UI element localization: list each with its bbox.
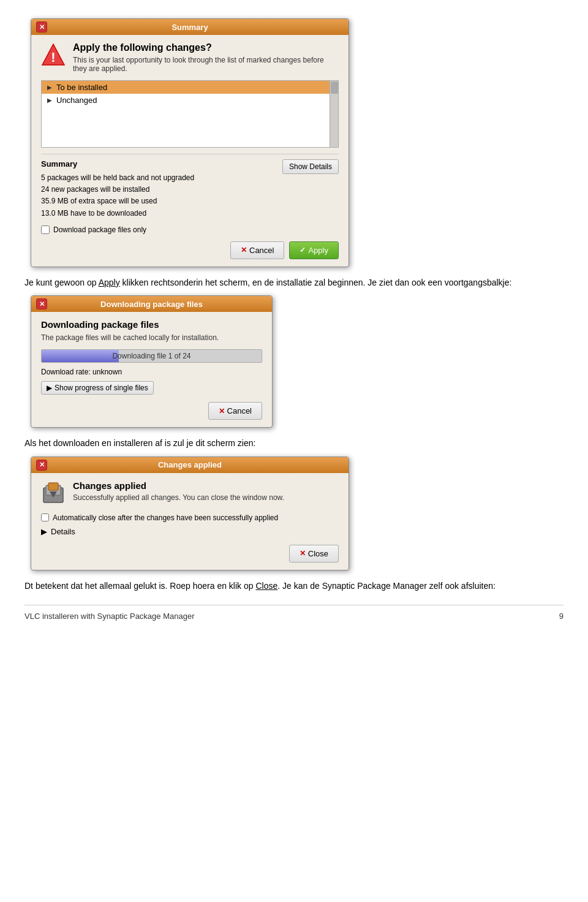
apply-underline-label: Apply [99,278,120,287]
download-only-checkbox-row: Download package files only [41,226,339,234]
cancel-label: Cancel [249,246,274,255]
download-content: Downloading package files The package fi… [31,312,272,427]
apply-button[interactable]: ✓ Apply [289,241,339,259]
download-dialog: ✕ Downloading package files Downloading … [31,295,273,428]
summary-section-label: Summary [41,159,194,169]
download-cancel-button[interactable]: ✕ Cancel [208,402,262,420]
body-text-1b: klikken rechtsonderin het scherm, en de … [120,278,512,287]
summary-dialog: ✕ Summary ! Apply the following changes?… [31,18,349,267]
summary-titlebar: ✕ Summary [31,19,349,35]
page-footer: VLC installeren with Synaptic Package Ma… [24,605,564,621]
summary-header-text: Apply the following changes? This is you… [73,42,339,73]
details-arrow-icon: ▶ [41,527,47,536]
close-icon-2: ✕ [39,300,45,308]
tree-arrow-icon-2: ▶ [45,96,54,105]
changes-header: Changes applied Successfully applied all… [41,480,339,505]
progress-bar-label: Downloading file 1 of 24 [112,352,190,360]
download-close-button[interactable]: ✕ [36,298,47,309]
body-text-3b: . Je kan de Synaptic Package Manager zel… [277,581,496,591]
show-progress-wrapper: ▶ Show progress of single files [41,381,262,402]
show-progress-button[interactable]: ▶ Show progress of single files [41,381,154,395]
download-title-label: Downloading package files [100,300,203,309]
summary-line-2: 24 new packages will be installed [41,184,194,195]
summary-lines: 5 packages will be held back and not upg… [41,172,194,219]
changes-close-btn[interactable]: ✕ Close [289,545,339,563]
summary-close-button[interactable]: ✕ [36,21,47,32]
summary-header-title: Apply the following changes? [73,42,339,53]
changes-applied-dialog: ✕ Changes applied Changes applied Succes… [31,457,349,570]
auto-close-checkbox[interactable] [41,514,49,521]
close-btn-icon: ✕ [300,549,306,558]
summary-title-label: Summary [172,23,208,32]
package-tree-list[interactable]: ▶ To be installed ▶ Unchanged [41,80,339,148]
summary-line-3: 35.9 MB of extra space will be used [41,195,194,207]
tree-item-unchanged[interactable]: ▶ Unchanged [42,94,338,107]
download-progress-bar: Downloading file 1 of 24 [41,349,262,363]
body-paragraph-3: Dt betekent dat het allemaal gelukt is. … [24,579,564,593]
download-heading: Downloading package files [41,319,262,330]
tree-scrollbar[interactable] [330,81,338,147]
tree-arrow-icon: ▶ [45,83,54,92]
download-only-checkbox[interactable] [41,226,50,234]
summary-line-1: 5 packages will be held back and not upg… [41,172,194,184]
footer-page-number: 9 [559,612,564,621]
changes-title-label: Changes applied [158,460,222,469]
summary-header: ! Apply the following changes? This is y… [41,42,339,73]
auto-close-label: Automatically close after the changes ha… [53,514,278,522]
summary-info-section: Summary 5 packages will be held back and… [41,154,339,219]
download-cancel-label: Cancel [227,406,252,415]
footer-title: VLC installeren with Synaptic Package Ma… [24,612,194,621]
changes-buttons: ✕ Close [41,545,339,563]
summary-info-left: Summary 5 packages will be held back and… [41,159,194,219]
body-paragraph-2: Als het downloaden en installeren af is … [24,436,564,450]
svg-rect-4 [48,483,58,490]
summary-header-subtitle: This is your last opportunity to look th… [73,56,339,73]
auto-close-row: Automatically close after the changes ha… [41,514,339,522]
apply-icon: ✓ [300,246,306,254]
close-icon: ✕ [39,23,45,31]
changes-close-button[interactable]: ✕ [36,460,47,471]
close-icon-3: ✕ [39,461,45,469]
changes-titlebar: ✕ Changes applied [31,457,349,473]
summary-content: ! Apply the following changes? This is y… [31,35,349,267]
download-only-label: Download package files only [53,226,146,234]
close-underline-label: Close [255,581,277,591]
apply-label: Apply [308,246,328,255]
body-text-1a: Je kunt gewoon op [24,278,99,287]
close-btn-label: Close [308,549,328,558]
tree-item-to-be-installed[interactable]: ▶ To be installed [42,81,338,94]
progress-bar-fill [42,350,119,362]
summary-line-4: 13.0 MB have to be downloaded [41,208,194,219]
changes-header-title: Changes applied [73,480,284,491]
show-progress-arrow: ▶ [47,384,52,392]
details-expander[interactable]: ▶ Details [41,527,339,536]
download-rate-label: Download rate: unknown [41,368,262,376]
download-titlebar: ✕ Downloading package files [31,296,272,312]
download-subtitle: The package files will be cached locally… [41,333,262,342]
details-label: Details [51,527,75,536]
changes-header-text: Changes applied Successfully applied all… [73,480,284,502]
body-text-3a: Dt betekent dat het allemaal gelukt is. … [24,581,255,591]
svg-text:!: ! [51,50,55,65]
tree-item-unchanged-label: Unchanged [56,96,97,105]
body-paragraph-1: Je kunt gewoon op Apply klikken rechtson… [24,276,564,289]
changes-header-subtitle: Successfully applied all changes. You ca… [73,493,284,502]
show-progress-label: Show progress of single files [55,384,148,392]
warning-icon: ! [41,42,66,67]
tree-item-label: To be installed [56,83,107,92]
changes-content: Changes applied Successfully applied all… [31,473,349,570]
summary-buttons: ✕ Cancel ✓ Apply [41,241,339,259]
cancel-icon: ✕ [241,246,247,254]
download-buttons: ✕ Cancel [41,402,262,420]
download-cancel-icon: ✕ [219,407,225,415]
show-details-button[interactable]: Show Details [282,159,339,174]
cancel-button[interactable]: ✕ Cancel [230,241,284,259]
changes-icon [41,480,66,505]
scrollbar-thumb [331,81,338,94]
